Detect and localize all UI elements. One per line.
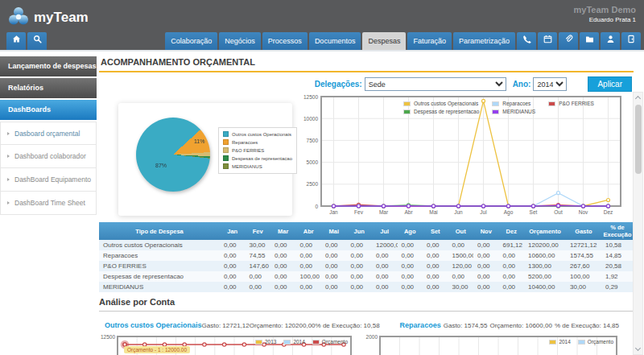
- scroll-up-arrow[interactable]: [635, 96, 641, 101]
- nav-tab-logout-icon[interactable]: [621, 32, 641, 50]
- column-header-or-amento: Orçamento: [524, 222, 566, 240]
- chart-tooltip: Orçamento - 1 : 12000.00: [124, 346, 190, 353]
- pie-chart[interactable]: 87% 11%: [136, 118, 210, 192]
- line-chart[interactable]: 02500500075001000012500JanFevMarAbrMaiJu…: [297, 93, 629, 221]
- account-link-outros-custos-operacionais[interactable]: Outros custos Operacionais: [105, 321, 202, 329]
- mini-left-legend: 20132014Orçamento: [255, 339, 348, 345]
- legend-label: MERIDIANUS: [232, 164, 262, 169]
- nav-quick-home-icon[interactable]: [6, 32, 26, 50]
- nav-tab-neg-cios[interactable]: Negócios: [219, 32, 261, 50]
- table-cell: 0,00: [423, 271, 448, 282]
- legend-label: 2014: [559, 339, 570, 345]
- mini-chart-reparacoes[interactable]: 2014Orçamento: [379, 336, 617, 355]
- column-header-set: Set: [423, 222, 448, 240]
- line-legend-item: P&O FERRIES: [548, 101, 594, 106]
- table-cell: 0,00: [398, 261, 423, 271]
- table-cell: 1300,00: [524, 261, 566, 271]
- sidebar-item-dashboards[interactable]: DashBoards: [0, 100, 97, 120]
- table-row-reparacoes: Reparacoes0,0074,550,000,000,000,000,000…: [99, 250, 634, 261]
- nav-tab-processos[interactable]: Processos: [262, 32, 308, 50]
- sidebar-item-dashboard-equipamento[interactable]: DashBoard Equipamento: [0, 168, 97, 192]
- delegacoes-select[interactable]: Sede: [365, 77, 506, 91]
- table-cell: 30,00: [448, 282, 474, 292]
- table-cell: Reparacoes: [99, 250, 220, 261]
- table-cell: 14,85: [601, 250, 634, 261]
- table-cell: 74,55: [246, 250, 271, 261]
- legend-label: Outros custos Operacionais: [414, 101, 478, 106]
- svg-text:2500: 2500: [307, 181, 319, 187]
- svg-text:Mar: Mar: [379, 209, 389, 215]
- table-cell: 12000,00: [372, 240, 398, 250]
- nav-tab-user-icon[interactable]: [601, 32, 620, 50]
- legend-label: P&O FERRIES: [232, 148, 264, 153]
- logout-icon: [627, 32, 636, 50]
- legend-label: Orçamento: [588, 339, 613, 345]
- legend-swatch: [492, 101, 499, 106]
- mini-chart-right: 2000 2014Orçamento: [361, 336, 617, 355]
- table-cell: 0,00: [372, 271, 398, 282]
- table-cell: 0,00: [499, 271, 525, 282]
- nav-tab-phone-icon[interactable]: [517, 32, 536, 50]
- table-cell: 0,00: [220, 261, 246, 271]
- nav-quick-search-icon[interactable]: [27, 32, 47, 50]
- table-cell: 0,00: [347, 261, 373, 271]
- nav-tab-fatura-o[interactable]: Faturação: [407, 32, 452, 50]
- nav-tab-despesas[interactable]: Despesas: [362, 32, 406, 50]
- mini-right-ymax-label: 2000: [361, 334, 379, 355]
- table-cell: 0,00: [321, 250, 347, 261]
- svg-text:Ago: Ago: [504, 209, 514, 216]
- svg-text:7500: 7500: [307, 138, 319, 143]
- main-content: ACOMPANHAMENTO ORÇAMENTAL Delegações: Se…: [99, 53, 634, 355]
- nav-tab-colabora-o[interactable]: Colaboração: [165, 32, 217, 50]
- pie-legend-item: P&O FERRIES: [223, 147, 292, 153]
- table-cell: 0,00: [321, 282, 347, 292]
- table-cell: 0,00: [220, 250, 246, 261]
- ano-select[interactable]: 2014: [533, 77, 567, 91]
- user-name[interactable]: Eduardo Prata 1: [574, 16, 636, 23]
- account-stat-execucao: % de Execução: 14,85: [555, 322, 619, 329]
- table-cell: 0,00: [423, 261, 448, 271]
- table-cell: 0,29: [601, 282, 634, 292]
- account-reparacoes: ReparacoesGasto: 1574,55Orçamento: 10600…: [394, 321, 634, 329]
- app-header: myTeam myTeam Demo Eduardo Prata 1 Colab…: [0, 0, 644, 50]
- table-cell: 0,00: [296, 240, 322, 250]
- scrollbar-thumb[interactable]: [635, 105, 642, 174]
- legend-label: Outros custos Operacionais: [232, 132, 291, 137]
- account-stat-gasto: Gasto: 1574,55: [444, 322, 488, 329]
- sidebar-item-dashboard-colaborador[interactable]: Dashboard colaborador: [0, 145, 97, 168]
- mini-left-legend-item: Orçamento: [312, 339, 348, 345]
- app-logo: myTeam: [8, 6, 89, 30]
- sidebar-item-dasboard-or-amental[interactable]: Dasboard orçamental: [0, 122, 97, 145]
- table-cell: 0,00: [220, 282, 246, 292]
- nav-tab-paperclip-icon[interactable]: [559, 32, 578, 50]
- pie-chart-card: 87% 11% Outros custos OperacionaisRepara…: [118, 103, 292, 216]
- legend-swatch: [578, 340, 585, 345]
- sidebar-item-lan-amento-de-despesas[interactable]: Lançamento de despesas: [0, 56, 97, 76]
- sidebar-item-dashboard-time-sheet[interactable]: DashBoard Time Sheet: [0, 192, 97, 215]
- apply-button[interactable]: Aplicar: [588, 76, 632, 92]
- account-link-reparacoes[interactable]: Reparacoes: [400, 321, 441, 329]
- mini-right-legend-item: 2014: [549, 339, 570, 345]
- vertical-scrollbar[interactable]: [633, 92, 643, 355]
- svg-text:Mai: Mai: [429, 209, 437, 215]
- table-cell: 0,00: [473, 282, 499, 292]
- legend-swatch: [223, 163, 229, 169]
- nav-tab-folder-icon[interactable]: [580, 32, 599, 50]
- mini-chart-outros[interactable]: Orçamento - 1 : 12000.00 20132014Orçamen…: [117, 336, 352, 355]
- legend-swatch: [223, 147, 229, 153]
- home-icon: [12, 32, 21, 50]
- nav-tab-calendar-icon[interactable]: [538, 32, 557, 50]
- table-cell: 0,00: [347, 271, 373, 282]
- table-cell: 0,00: [296, 261, 322, 271]
- budget-table: Tipo de DespesaJanFevMarAbrMaiJunJulAgoS…: [99, 222, 634, 292]
- nav-tab-parametriza-o[interactable]: Parametrização: [453, 32, 515, 50]
- mini-left-legend-item: 2013: [255, 339, 276, 345]
- line-chart-legend: Outros custos OperacionaisReparacoesP&O …: [403, 101, 594, 114]
- user-box: myTeam Demo Eduardo Prata 1: [574, 5, 636, 23]
- scroll-down-arrow[interactable]: [635, 345, 641, 351]
- sidebar-item-relat-rios[interactable]: Relatórios: [0, 78, 97, 98]
- tenant-name: myTeam Demo: [574, 5, 636, 14]
- pie-legend-item: Outros custos Operacionais: [223, 131, 292, 137]
- column-header-dez: Dez: [499, 222, 525, 240]
- nav-tab-documentos[interactable]: Documentos: [309, 32, 361, 50]
